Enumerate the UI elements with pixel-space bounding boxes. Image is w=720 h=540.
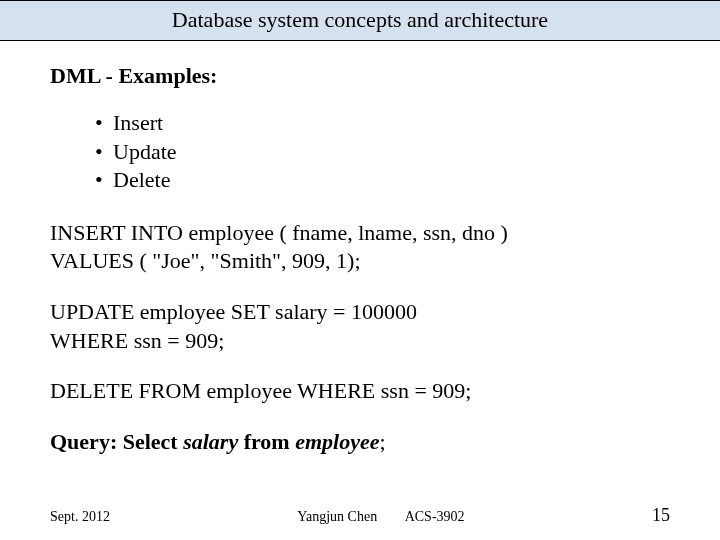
footer-author: Yangjun Chen <box>297 509 377 524</box>
footer-date: Sept. 2012 <box>50 509 110 525</box>
sql-line: INSERT INTO employee ( fname, lname, ssn… <box>50 219 670 248</box>
bullet-text: Insert <box>113 109 163 138</box>
query-table-employee: employee <box>295 429 379 454</box>
query-tail: ; <box>380 429 386 454</box>
sql-line: UPDATE employee SET salary = 100000 <box>50 298 670 327</box>
bullet-text: Update <box>113 138 177 167</box>
footer-course: ACS-3902 <box>405 509 465 524</box>
query-label: Query: <box>50 429 117 454</box>
query-column-salary: salary <box>183 429 238 454</box>
list-item: Insert <box>95 109 670 138</box>
sql-update-block: UPDATE employee SET salary = 100000 WHER… <box>50 298 670 355</box>
slide-content: DML - Examples: Insert Update Delete INS… <box>0 41 720 456</box>
footer-center: Yangjun Chen ACS-3902 <box>110 509 652 525</box>
sql-delete-block: DELETE FROM employee WHERE ssn = 909; <box>50 377 670 406</box>
sql-line: VALUES ( "Joe", "Smith", 909, 1); <box>50 247 670 276</box>
section-heading: DML - Examples: <box>50 63 670 89</box>
query-keyword-from: from <box>244 429 290 454</box>
sql-line: WHERE ssn = 909; <box>50 327 670 356</box>
sql-line: DELETE FROM employee WHERE ssn = 909; <box>50 377 670 406</box>
slide-title-bar: Database system concepts and architectur… <box>0 0 720 41</box>
bullet-list: Insert Update Delete <box>95 109 670 195</box>
bullet-text: Delete <box>113 166 170 195</box>
query-line: Query: Select salary from employee; <box>50 428 670 457</box>
bullet-icon <box>95 138 113 167</box>
list-item: Delete <box>95 166 670 195</box>
bullet-icon <box>95 109 113 138</box>
sql-insert-block: INSERT INTO employee ( fname, lname, ssn… <box>50 219 670 276</box>
bullet-icon <box>95 166 113 195</box>
slide-title: Database system concepts and architectur… <box>172 7 548 32</box>
query-keyword-select: Select <box>123 429 178 454</box>
list-item: Update <box>95 138 670 167</box>
slide-footer: Sept. 2012 Yangjun Chen ACS-3902 15 <box>0 505 720 526</box>
footer-page-number: 15 <box>652 505 670 526</box>
